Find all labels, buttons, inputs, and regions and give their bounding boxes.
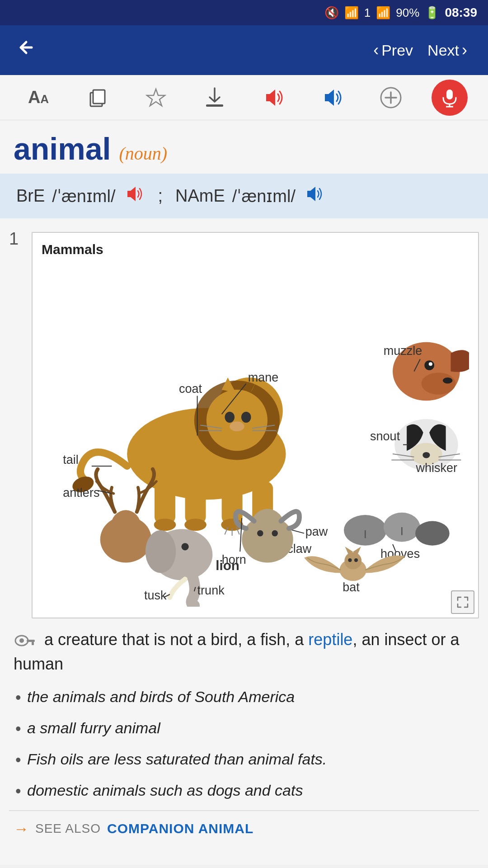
svg-point-56: [422, 373, 456, 395]
svg-point-14: [241, 412, 251, 423]
svg-point-50: [250, 509, 285, 546]
svg-rect-5: [446, 90, 453, 99]
signal-icon: 📶: [376, 6, 390, 20]
svg-marker-2: [147, 89, 165, 106]
example-item: Fish oils are less saturated than animal…: [14, 748, 474, 771]
svg-text:coat: coat: [179, 382, 202, 396]
copy-icon: [87, 87, 108, 108]
example-list: the animals and birds of South America a…: [0, 676, 488, 802]
key-icon: [14, 633, 35, 648]
sound-red-button[interactable]: [255, 80, 291, 116]
svg-point-81: [181, 543, 188, 550]
nav-bar: ‹ Prev Next ›: [0, 25, 488, 75]
microphone-button[interactable]: [432, 80, 468, 116]
name-ipa: /ˈænɪml/: [232, 186, 296, 206]
star-icon: [145, 87, 166, 108]
svg-text:muzzle: muzzle: [384, 344, 422, 358]
svg-text:trunk: trunk: [197, 584, 225, 597]
svg-point-59: [443, 377, 453, 384]
svg-text:tusk: tusk: [144, 589, 167, 602]
bre-ipa: /ˈænɪml/: [52, 186, 115, 206]
svg-rect-3: [206, 104, 223, 107]
sound-blue-icon: [321, 87, 343, 108]
see-also-link[interactable]: COMPANION ANIMAL: [107, 821, 253, 836]
svg-point-64: [422, 452, 430, 458]
svg-rect-95: [27, 640, 35, 642]
svg-point-13: [225, 412, 235, 423]
pron-divider: ;: [158, 186, 163, 206]
prev-button[interactable]: ‹ Prev: [366, 37, 420, 63]
name-sound-button[interactable]: [305, 184, 324, 208]
sim-icon: 1: [364, 6, 371, 20]
svg-text:tail: tail: [63, 453, 79, 467]
next-button[interactable]: Next ›: [420, 37, 474, 63]
word-header: animal(noun): [0, 120, 488, 174]
svg-rect-23: [185, 481, 206, 524]
svg-text:horn: horn: [222, 553, 246, 566]
svg-point-46: [111, 510, 141, 544]
svg-text:whisker: whisker: [415, 461, 457, 475]
definition-content: Mammals: [32, 227, 479, 627]
svg-point-12: [206, 390, 267, 451]
svg-text:snout: snout: [370, 429, 400, 443]
back-button[interactable]: [14, 35, 39, 66]
svg-rect-24: [222, 481, 243, 524]
def-text-start: a creature that is not a bird, a fish, a: [44, 630, 308, 649]
font-size-icon: AA: [28, 88, 49, 107]
svg-text:mane: mane: [248, 371, 279, 384]
prev-chevron-icon: ‹: [373, 41, 379, 60]
sound-blue-button[interactable]: [314, 80, 350, 116]
word-pos: (noun): [119, 143, 167, 164]
pronunciation-bar: BrE /ˈænɪml/ ; NAmE /ˈænɪml/: [0, 174, 488, 218]
next-label: Next: [427, 42, 459, 59]
svg-point-15: [230, 421, 244, 431]
svg-rect-1: [93, 90, 105, 104]
example-item: domestic animals such as dogs and cats: [14, 779, 474, 802]
expand-button[interactable]: [451, 590, 474, 614]
svg-point-26: [154, 519, 176, 531]
favorite-button[interactable]: [138, 80, 174, 116]
svg-text:bat: bat: [343, 580, 360, 594]
see-also-arrow-icon: →: [14, 820, 29, 838]
definition-section: 1 Mammals: [0, 218, 488, 627]
expand-icon: [455, 595, 470, 609]
mute-icon: 🔇: [324, 6, 339, 20]
toolbar: AA: [0, 75, 488, 120]
svg-point-90: [348, 558, 352, 562]
svg-point-91: [354, 558, 358, 562]
add-icon: [379, 86, 403, 109]
see-also-label: SEE ALSO: [35, 821, 101, 836]
svg-point-51: [257, 530, 263, 537]
reptile-link[interactable]: reptile: [308, 630, 352, 649]
example-item: a small furry animal: [14, 717, 474, 740]
font-size-button[interactable]: AA: [20, 80, 56, 116]
svg-point-87: [344, 552, 361, 570]
prev-next-nav: ‹ Prev Next ›: [366, 37, 474, 63]
prev-label: Prev: [381, 42, 413, 59]
wifi-icon: 📶: [344, 6, 359, 20]
definition-text-area: a creature that is not a bird, a fish, a…: [0, 627, 488, 676]
add-button[interactable]: [373, 80, 409, 116]
sound-red-icon: [263, 87, 284, 108]
bre-sound-button[interactable]: [125, 184, 144, 208]
animal-illustration: coat mane tail paw claw lion: [42, 264, 469, 607]
download-button[interactable]: [197, 80, 233, 116]
example-item: the animals and birds of South America: [14, 685, 474, 708]
battery-text: 90%: [396, 6, 419, 20]
svg-point-27: [184, 519, 206, 531]
svg-rect-96: [32, 642, 34, 645]
battery-icon: 🔋: [425, 6, 439, 20]
svg-point-73: [384, 513, 420, 542]
copy-button[interactable]: [79, 80, 115, 116]
see-also-section: → SEE ALSO COMPANION ANIMAL: [0, 811, 488, 847]
time-display: 08:39: [445, 5, 477, 20]
svg-text:paw: paw: [305, 525, 328, 538]
microphone-icon: [440, 88, 460, 108]
svg-text:antlers: antlers: [63, 486, 99, 500]
svg-point-52: [272, 530, 278, 537]
image-label: Mammals: [42, 242, 469, 257]
word-title: animal: [14, 132, 111, 166]
svg-point-94: [19, 638, 24, 643]
download-icon: [204, 86, 225, 109]
definition-number: 1: [9, 227, 32, 627]
